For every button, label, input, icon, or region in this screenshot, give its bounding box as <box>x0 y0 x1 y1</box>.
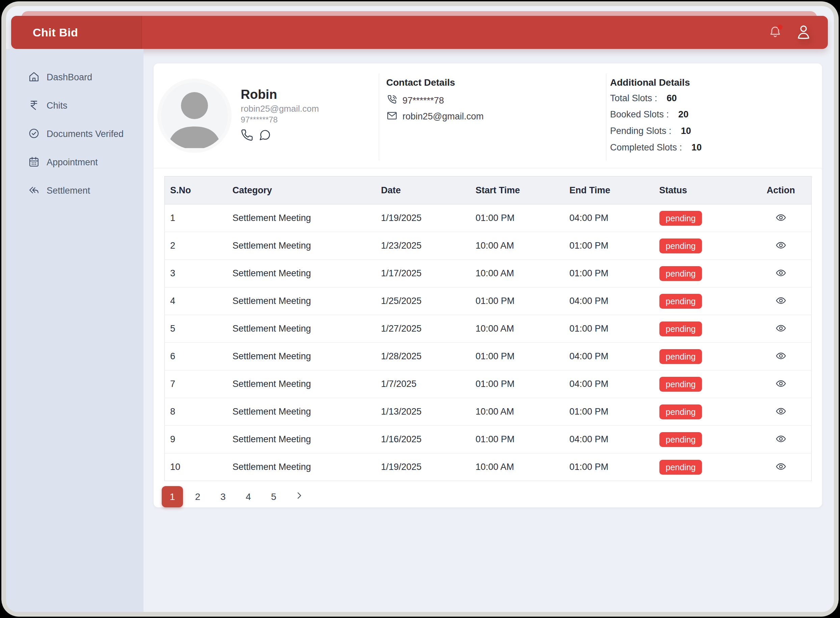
sidebar-item-label: DashBoard <box>46 72 92 83</box>
notifications-button[interactable] <box>765 16 785 49</box>
table-row: 7 Settlement Meeting 1/7/2025 01:00 PM 0… <box>165 370 812 398</box>
view-action-button[interactable] <box>773 295 788 307</box>
view-action-button[interactable] <box>773 461 788 473</box>
cell-date: 1/25/2025 <box>376 287 470 315</box>
eye-icon <box>773 212 788 224</box>
avatar <box>161 82 228 149</box>
table-row: 10 Settlement Meeting 1/19/2025 10:00 AM… <box>165 453 812 481</box>
pagination-page-button[interactable]: 2 <box>187 486 208 507</box>
cell-category: Settlement Meeting <box>227 426 376 453</box>
sidebar-item-settlement[interactable]: Settlement <box>6 177 143 205</box>
sidebar-item-appointment[interactable]: Appointment <box>6 148 143 177</box>
pagination-page-button[interactable]: 1 <box>162 486 183 507</box>
sidebar-item-chits[interactable]: Chits <box>6 91 143 120</box>
appointments-table: S.No Category Date Start Time End Time S… <box>164 176 812 481</box>
profile-name: Robin <box>241 88 319 101</box>
cell-category: Settlement Meeting <box>227 398 376 426</box>
view-action-button[interactable] <box>773 434 788 445</box>
cell-sno: 2 <box>165 232 227 260</box>
pagination-page-button[interactable]: 3 <box>212 486 234 507</box>
status-badge: pending <box>659 377 702 392</box>
call-button[interactable] <box>241 129 253 143</box>
mail-icon <box>386 110 398 123</box>
cell-status: pending <box>654 204 751 232</box>
sidebar-item-label: Settlement <box>46 186 90 196</box>
cell-date: 1/19/2025 <box>376 453 470 481</box>
cell-status: pending <box>654 260 751 287</box>
booked-slots-value: 20 <box>678 109 688 119</box>
view-action-button[interactable] <box>773 267 788 279</box>
eye-icon <box>773 323 788 335</box>
booked-slots-row: Booked Slots :20 <box>610 109 688 120</box>
cell-start-time: 10:00 AM <box>470 232 564 260</box>
sidebar-nav: DashBoard Chits Do <box>6 49 143 205</box>
chevron-right-icon <box>294 491 304 503</box>
phone-call-icon <box>386 94 398 107</box>
cell-status: pending <box>654 370 751 398</box>
chat-button[interactable] <box>259 129 271 143</box>
table-body: 1 Settlement Meeting 1/19/2025 01:00 PM … <box>165 204 812 481</box>
cell-end-time: 04:00 PM <box>564 287 654 315</box>
profile-email: robin25@gmail.com <box>241 104 319 114</box>
view-action-button[interactable] <box>773 240 788 252</box>
cell-sno: 1 <box>165 204 227 232</box>
pagination-page-button[interactable]: 5 <box>263 486 284 507</box>
cell-start-time: 01:00 PM <box>470 287 564 315</box>
status-badge: pending <box>659 432 702 447</box>
completed-slots-row: Completed Slots :10 <box>610 142 701 153</box>
sidebar-item-dashboard[interactable]: DashBoard <box>6 63 143 91</box>
cell-action <box>751 204 812 232</box>
cell-date: 1/17/2025 <box>376 260 470 287</box>
status-badge: pending <box>659 239 702 253</box>
cell-category: Settlement Meeting <box>227 370 376 398</box>
cell-sno: 6 <box>165 343 227 370</box>
cell-action <box>751 260 812 287</box>
cell-date: 1/19/2025 <box>376 204 470 232</box>
app-title[interactable]: Chit Bid <box>33 26 78 39</box>
cell-action <box>751 343 812 370</box>
cell-start-time: 10:00 AM <box>470 315 564 343</box>
cell-category: Settlement Meeting <box>227 232 376 260</box>
calendar-icon <box>28 156 40 169</box>
cell-end-time: 01:00 PM <box>564 315 654 343</box>
pagination-page-button[interactable]: 4 <box>238 486 259 507</box>
table-header: S.No Category Date Start Time End Time S… <box>165 177 812 204</box>
view-action-button[interactable] <box>773 406 788 417</box>
cell-category: Settlement Meeting <box>227 315 376 343</box>
phone-icon <box>241 129 253 143</box>
eye-icon <box>773 295 788 307</box>
top-navbar: Chit Bid <box>11 16 828 49</box>
cell-date: 1/23/2025 <box>376 232 470 260</box>
cell-action <box>751 453 812 481</box>
sidebar-item-label: Chits <box>46 101 67 111</box>
contact-email-row: robin25@gmail.com <box>386 110 484 123</box>
eye-icon <box>773 267 788 279</box>
pagination: 1 2 3 4 5 <box>162 486 310 507</box>
view-action-button[interactable] <box>773 323 788 335</box>
status-badge: pending <box>659 211 702 226</box>
contact-phone: 97******78 <box>402 95 444 106</box>
table-row: 1 Settlement Meeting 1/19/2025 01:00 PM … <box>165 204 812 232</box>
eye-icon <box>773 378 788 390</box>
eye-icon <box>773 461 788 473</box>
app-window: Chit Bid <box>6 6 834 612</box>
additional-details-title: Additional Details <box>610 77 690 88</box>
cell-start-time: 01:00 PM <box>470 426 564 453</box>
view-action-button[interactable] <box>773 212 788 224</box>
contact-details-title: Contact Details <box>386 77 455 88</box>
cell-end-time: 04:00 PM <box>564 204 654 232</box>
cell-action <box>751 426 812 453</box>
view-action-button[interactable] <box>773 378 788 390</box>
sidebar-item-documents-verified[interactable]: Documents Verifed <box>6 120 143 148</box>
cell-sno: 10 <box>165 453 227 481</box>
view-action-button[interactable] <box>773 351 788 362</box>
cell-category: Settlement Meeting <box>227 343 376 370</box>
profile-actions <box>241 129 319 143</box>
cell-date: 1/16/2025 <box>376 426 470 453</box>
notification-dot <box>777 25 783 30</box>
status-badge: pending <box>659 349 702 364</box>
pagination-next-button[interactable] <box>288 486 310 507</box>
user-menu-button[interactable] <box>791 16 816 49</box>
col-action: Action <box>751 177 812 204</box>
table-row: 8 Settlement Meeting 1/13/2025 10:00 AM … <box>165 398 812 426</box>
